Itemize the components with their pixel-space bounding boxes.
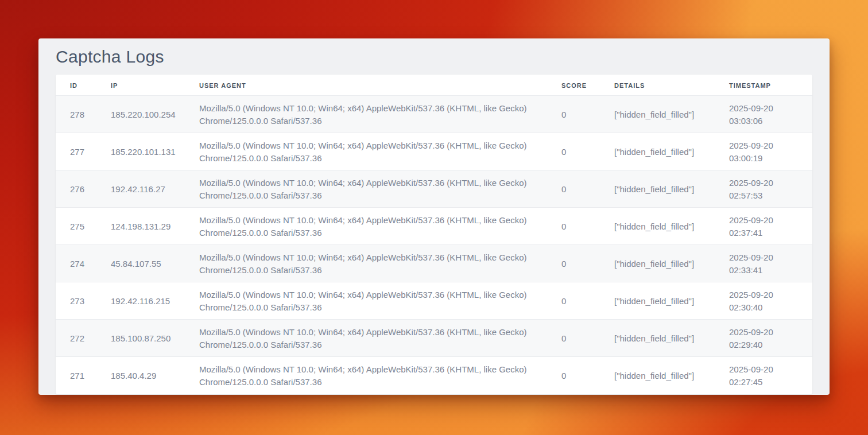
log-id-cell: 276 xyxy=(56,170,96,208)
captcha-logs-table: ID IP USER AGENT SCORE DETAILS TIMESTAMP… xyxy=(56,75,812,394)
log-id-cell: 275 xyxy=(56,208,96,245)
log-ip-cell: 192.42.116.27 xyxy=(96,170,185,208)
log-row: 271 185.40.4.29 Mozilla/5.0 (Windows NT … xyxy=(56,357,812,394)
log-id-cell: 272 xyxy=(56,320,96,357)
log-score-cell: 0 xyxy=(547,96,600,133)
log-score-cell: 0 xyxy=(547,245,600,282)
log-timestamp-cell: 2025-09-20 02:33:41 xyxy=(715,245,812,282)
log-row: 274 45.84.107.55 Mozilla/5.0 (Windows NT… xyxy=(56,245,812,282)
log-details-cell: ["hidden_field_filled"] xyxy=(600,357,715,394)
log-id-cell: 274 xyxy=(56,245,96,282)
log-details-cell: ["hidden_field_filled"] xyxy=(600,133,715,170)
captcha-logs-card: Captcha Logs ID IP USER AGENT SCORE DETA… xyxy=(38,38,830,395)
log-details-cell: ["hidden_field_filled"] xyxy=(600,282,715,320)
column-header-score: SCORE xyxy=(547,75,600,96)
log-timestamp-cell: 2025-09-20 02:30:40 xyxy=(715,282,812,320)
column-header-user-agent: USER AGENT xyxy=(185,75,547,96)
log-user-agent-cell: Mozilla/5.0 (Windows NT 10.0; Win64; x64… xyxy=(185,357,547,394)
log-user-agent-cell: Mozilla/5.0 (Windows NT 10.0; Win64; x64… xyxy=(185,170,547,208)
log-timestamp-cell: 2025-09-20 03:03:06 xyxy=(715,96,812,133)
log-row: 276 192.42.116.27 Mozilla/5.0 (Windows N… xyxy=(56,170,812,208)
log-score-cell: 0 xyxy=(547,282,600,320)
log-details-cell: ["hidden_field_filled"] xyxy=(600,245,715,282)
log-details-cell: ["hidden_field_filled"] xyxy=(600,320,715,357)
log-ip-cell: 185.220.100.254 xyxy=(96,96,185,133)
log-ip-cell: 185.100.87.250 xyxy=(96,320,185,357)
log-user-agent-cell: Mozilla/5.0 (Windows NT 10.0; Win64; x64… xyxy=(185,320,547,357)
column-header-timestamp: TIMESTAMP xyxy=(715,75,812,96)
log-ip-cell: 192.42.116.215 xyxy=(96,282,185,320)
column-header-details: DETAILS xyxy=(600,75,715,96)
log-details-cell: ["hidden_field_filled"] xyxy=(600,170,715,208)
log-score-cell: 0 xyxy=(547,170,600,208)
log-ip-cell: 185.40.4.29 xyxy=(96,357,185,394)
logs-table-body: 278 185.220.100.254 Mozilla/5.0 (Windows… xyxy=(56,96,812,394)
log-timestamp-cell: 2025-09-20 02:57:53 xyxy=(715,170,812,208)
page-title: Captcha Logs xyxy=(56,48,812,66)
log-details-cell: ["hidden_field_filled"] xyxy=(600,96,715,133)
log-row: 278 185.220.100.254 Mozilla/5.0 (Windows… xyxy=(56,96,812,133)
log-details-cell: ["hidden_field_filled"] xyxy=(600,208,715,245)
log-user-agent-cell: Mozilla/5.0 (Windows NT 10.0; Win64; x64… xyxy=(185,282,547,320)
log-timestamp-cell: 2025-09-20 03:00:19 xyxy=(715,133,812,170)
log-user-agent-cell: Mozilla/5.0 (Windows NT 10.0; Win64; x64… xyxy=(185,208,547,245)
log-timestamp-cell: 2025-09-20 02:27:45 xyxy=(715,357,812,394)
log-id-cell: 273 xyxy=(56,282,96,320)
log-row: 277 185.220.101.131 Mozilla/5.0 (Windows… xyxy=(56,133,812,170)
log-row: 273 192.42.116.215 Mozilla/5.0 (Windows … xyxy=(56,282,812,320)
log-row: 275 124.198.131.29 Mozilla/5.0 (Windows … xyxy=(56,208,812,245)
log-ip-cell: 124.198.131.29 xyxy=(96,208,185,245)
log-timestamp-cell: 2025-09-20 02:29:40 xyxy=(715,320,812,357)
log-ip-cell: 185.220.101.131 xyxy=(96,133,185,170)
log-user-agent-cell: Mozilla/5.0 (Windows NT 10.0; Win64; x64… xyxy=(185,245,547,282)
log-id-cell: 277 xyxy=(56,133,96,170)
log-user-agent-cell: Mozilla/5.0 (Windows NT 10.0; Win64; x64… xyxy=(185,133,547,170)
log-timestamp-cell: 2025-09-20 02:37:41 xyxy=(715,208,812,245)
log-score-cell: 0 xyxy=(547,357,600,394)
table-header: ID IP USER AGENT SCORE DETAILS TIMESTAMP xyxy=(56,75,812,96)
log-id-cell: 271 xyxy=(56,357,96,394)
log-user-agent-cell: Mozilla/5.0 (Windows NT 10.0; Win64; x64… xyxy=(185,96,547,133)
log-score-cell: 0 xyxy=(547,320,600,357)
log-row: 272 185.100.87.250 Mozilla/5.0 (Windows … xyxy=(56,320,812,357)
column-header-ip: IP xyxy=(96,75,185,96)
log-score-cell: 0 xyxy=(547,133,600,170)
log-id-cell: 278 xyxy=(56,96,96,133)
log-score-cell: 0 xyxy=(547,208,600,245)
column-header-id: ID xyxy=(56,75,96,96)
log-ip-cell: 45.84.107.55 xyxy=(96,245,185,282)
